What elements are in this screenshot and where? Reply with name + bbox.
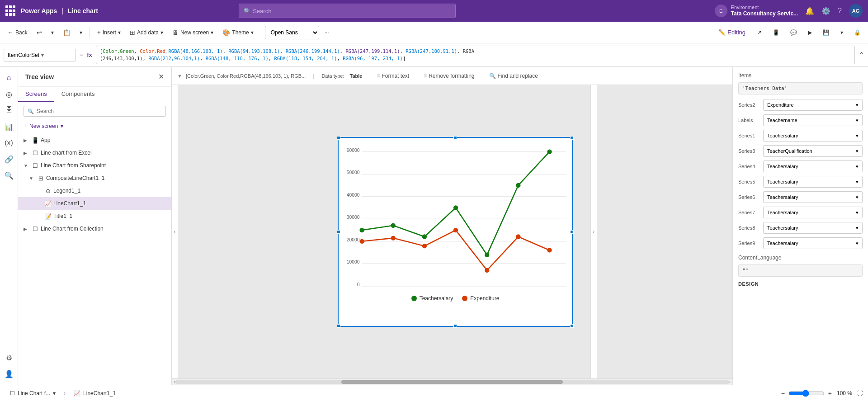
find-replace-button[interactable]: 🔍 Find and replace	[486, 71, 542, 81]
tree-panel: Tree view ✕ Screens Components 🔍 + New s…	[18, 67, 172, 385]
svg-text:60000: 60000	[347, 147, 360, 152]
home-icon[interactable]: ⌂	[2, 71, 16, 85]
chevron-down-icon-theme: ▾	[251, 29, 254, 36]
zoom-minus-button[interactable]: −	[781, 390, 785, 397]
hscroll-thumb[interactable]	[341, 380, 563, 384]
help-icon[interactable]: ?	[838, 7, 842, 15]
tree-item-excel[interactable]: ▶ ☐ Line chart from Excel	[18, 146, 171, 159]
settings-icon[interactable]: ⚙️	[821, 7, 830, 15]
left-collapse-btn[interactable]: ‹	[172, 85, 178, 378]
tree-item-title[interactable]: 📝 Title1_1	[18, 210, 171, 222]
play-button[interactable]: ▶	[804, 25, 816, 40]
remove-formatting-button[interactable]: ≡ Remove formatting	[420, 71, 478, 81]
lock-button[interactable]: 🔒	[850, 25, 864, 40]
series6-value: Teachersalary	[767, 194, 798, 200]
linechart-label: LineChart1_1	[53, 200, 159, 207]
search-input[interactable]	[253, 8, 451, 14]
variables-icon[interactable]: (x)	[2, 136, 16, 150]
analytics-icon[interactable]: 📊	[2, 119, 16, 134]
save-dropdown[interactable]: ▾	[837, 25, 847, 40]
settings-icon-left[interactable]: ⚙	[2, 350, 16, 365]
breadcrumb-arrow: ▼	[177, 73, 182, 79]
format-text-button[interactable]: ≡ Format text	[373, 71, 413, 81]
series6-dropdown[interactable]: Teachersalary ▾	[763, 191, 863, 203]
series5-dropdown[interactable]: Teachersalary ▾	[763, 176, 863, 188]
status-tab-chart[interactable]: 📈 LineChart1_1	[69, 388, 120, 398]
zoom-plus-button[interactable]: +	[828, 390, 832, 397]
series1-dropdown[interactable]: Teachersalary ▾	[763, 130, 863, 142]
series9-dropdown[interactable]: Teachersalary ▾	[763, 237, 863, 249]
editing-button[interactable]: ✏️ Editing	[714, 27, 750, 38]
sharepoint-label: Line Chart from Sharepoint	[41, 162, 166, 169]
svg-text:10000: 10000	[347, 259, 360, 264]
fit-screen-button[interactable]: ⛶	[857, 390, 863, 396]
tree-item-legend[interactable]: ⊙ Legend1_1	[18, 184, 171, 197]
handle-bottom-left[interactable]	[337, 324, 340, 328]
connections-icon[interactable]: 🔗	[2, 152, 16, 166]
share-icon: ↗	[757, 29, 762, 36]
series2-dropdown[interactable]: Expenditure ▾	[763, 99, 863, 111]
zoom-slider[interactable]	[788, 390, 825, 397]
search-icon-left[interactable]: 🔍	[2, 168, 16, 183]
bell-icon[interactable]: 🔔	[805, 7, 814, 15]
expand-formula-button[interactable]: ⌃	[859, 51, 864, 59]
hscroll-track[interactable]	[175, 380, 729, 384]
font-selector[interactable]: Open Sans	[265, 26, 319, 39]
series7-dropdown[interactable]: Teachersalary ▾	[763, 207, 863, 218]
comment-button[interactable]: 💬	[787, 25, 801, 40]
phone-icon: 📱	[773, 29, 779, 36]
components-icon[interactable]: ◎	[2, 87, 16, 101]
tree-title: Tree view	[25, 73, 54, 80]
add-data-button[interactable]: ⊞ Add data ▾	[126, 25, 167, 40]
tree-search-input[interactable]	[37, 108, 162, 114]
series4-dropdown[interactable]: Teachersalary ▾	[763, 160, 863, 172]
handle-bottom-center[interactable]	[453, 324, 457, 328]
copy-button[interactable]: 📋	[59, 25, 74, 40]
apps-grid-icon[interactable]	[5, 5, 16, 16]
handle-bottom-right[interactable]	[570, 324, 574, 328]
tab-components[interactable]: Components	[54, 87, 102, 102]
formula-input[interactable]: [Color.Green, Color.Red,RGBA(48,166,103,…	[96, 46, 855, 65]
data-icon-left[interactable]: 🗄	[2, 103, 16, 118]
right-collapse-btn[interactable]: ›	[590, 85, 597, 378]
theme-label: Theme	[232, 29, 249, 36]
status-tab-screen[interactable]: ☐ Line Chart f... ▾	[5, 388, 60, 398]
hscroll-right[interactable]: ›	[729, 379, 731, 384]
share-button[interactable]: ↗	[754, 25, 765, 40]
theme-button[interactable]: 🎨 Theme ▾	[219, 25, 257, 40]
env-text: Environment Tata Consultancy Servic...	[731, 4, 798, 18]
more-options-button[interactable]: ···	[321, 25, 333, 40]
account-icon[interactable]: 👤	[2, 367, 16, 381]
fx-button[interactable]: fx	[87, 52, 92, 58]
undo-icon: ↩	[37, 29, 42, 36]
tab-screens[interactable]: Screens	[18, 87, 54, 102]
canvas-content: ‹ 0 10000 20000	[172, 85, 732, 378]
screen-tab-label: Line Chart f...	[18, 390, 50, 396]
labels-dropdown[interactable]: Teachername ▾	[763, 114, 863, 126]
tree-close-button[interactable]: ✕	[158, 72, 164, 81]
new-screen-btn[interactable]: + New screen ▾	[18, 120, 171, 132]
insert-button[interactable]: + Insert ▾	[94, 25, 124, 40]
search-bar[interactable]: 🔍	[239, 4, 456, 18]
undo-dropdown[interactable]: ▾	[47, 25, 57, 40]
undo-button[interactable]: ↩	[33, 25, 46, 40]
save-button[interactable]: 💾	[819, 25, 833, 40]
new-screen-button[interactable]: 🖥 New screen ▾	[169, 25, 217, 40]
chart-container[interactable]: 0 10000 20000 30000 40000 50000 60000	[338, 137, 573, 327]
formula-name-field[interactable]: ItemColorSet ▾	[4, 49, 76, 61]
app-icon: 📱	[32, 137, 39, 144]
tree-item-composite[interactable]: ▼ ⊞ CompositeLineChart1_1	[18, 172, 171, 184]
tree-item-sharepoint[interactable]: ▼ ☐ Line Chart from Sharepoint	[18, 159, 171, 172]
tree-item-app[interactable]: ▶ 📱 App	[18, 134, 171, 146]
series3-dropdown[interactable]: TeacherQualification ▾	[763, 145, 863, 157]
back-button[interactable]: ← Back	[4, 25, 31, 40]
left-sidebar-icons: ⌂ ◎ 🗄 📊 (x) 🔗 🔍 ⚙ 👤	[0, 67, 18, 385]
user-avatar[interactable]: AG	[849, 4, 863, 18]
series8-dropdown[interactable]: Teachersalary ▾	[763, 222, 863, 234]
tree-item-collection[interactable]: ▶ ☐ Line Chart from Collection	[18, 222, 171, 235]
tree-item-linechart[interactable]: 📈 LineChart1_1 ···	[18, 197, 171, 210]
copy-dropdown[interactable]: ▾	[76, 25, 86, 40]
series4-chevron: ▾	[856, 164, 859, 170]
phone-button[interactable]: 📱	[769, 25, 783, 40]
env-label: Environment	[731, 5, 759, 10]
